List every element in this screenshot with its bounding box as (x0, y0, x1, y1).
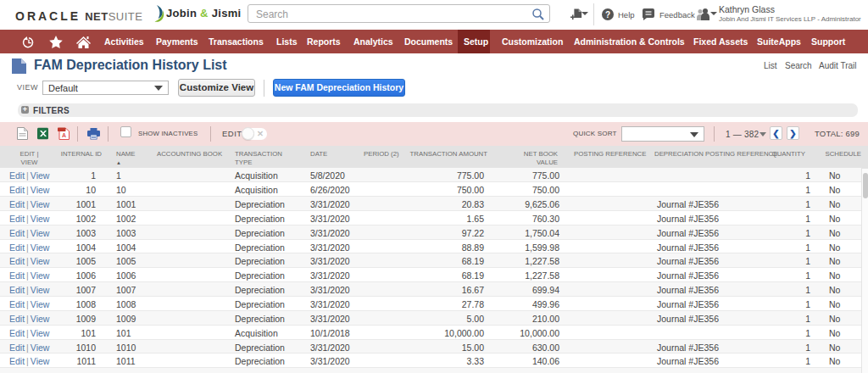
svg-text:A: A (62, 132, 66, 138)
svg-text:?: ? (605, 10, 610, 19)
